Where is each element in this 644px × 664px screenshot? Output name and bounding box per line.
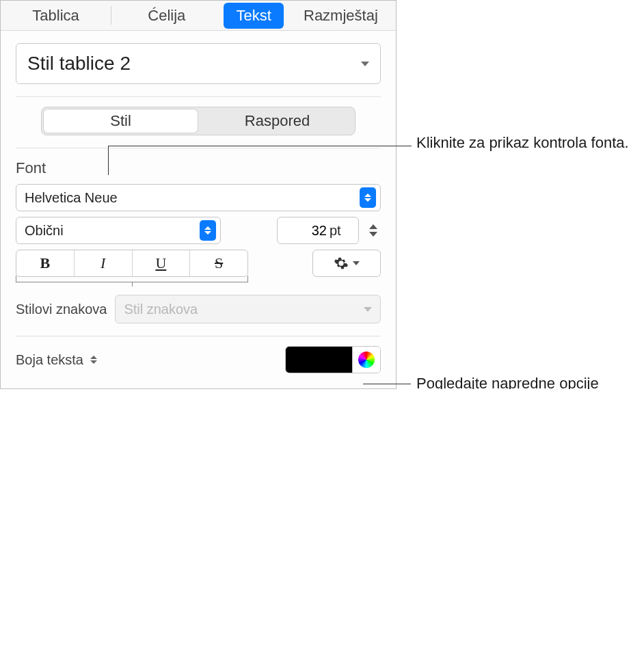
inspector-tabs: Tablica Ćelija Tekst Razmještaj: [1, 1, 396, 31]
chevron-down-icon: [353, 261, 360, 265]
tab-text[interactable]: Tekst: [224, 3, 283, 29]
divider: [16, 336, 381, 336]
stepper-up-icon[interactable]: [369, 224, 377, 229]
font-typeface-value: Obični: [25, 223, 200, 239]
tab-arrange[interactable]: Razmještaj: [286, 1, 396, 30]
callout-font-controls: Kliknite za prikaz kontrola fonta.: [416, 133, 629, 153]
font-family-value: Helvetica Neue: [25, 190, 360, 206]
leader-line: [108, 146, 412, 146]
character-style-placeholder: Stil znakova: [124, 302, 198, 317]
updown-icon: [90, 356, 97, 364]
text-color-label: Boja teksta: [16, 352, 83, 368]
italic-button[interactable]: I: [75, 250, 133, 276]
leader-line: [108, 146, 109, 175]
callout-advanced: Pogledajte napredne opcije formatiranja.: [416, 373, 644, 389]
segment-layout[interactable]: Raspored: [200, 107, 355, 135]
updown-icon: [360, 187, 376, 208]
font-section-label: Font: [16, 159, 381, 177]
chevron-down-icon: [364, 307, 372, 312]
character-styles-label: Stilovi znakova: [16, 302, 107, 317]
color-wheel-icon: [358, 351, 375, 368]
strikethrough-button[interactable]: S: [190, 250, 247, 276]
paragraph-style-popup[interactable]: Stil tablice 2: [16, 43, 381, 84]
tab-cell[interactable]: Ćelija: [111, 1, 222, 30]
text-color-group: [285, 346, 381, 373]
updown-icon: [200, 220, 216, 241]
underline-button[interactable]: U: [133, 250, 191, 276]
gear-icon: [334, 256, 349, 271]
color-swatch-button[interactable]: [286, 347, 353, 373]
group-bracket: [16, 276, 248, 282]
paragraph-style-value: Stil tablice 2: [27, 53, 131, 75]
character-style-popup[interactable]: Stil znakova: [115, 295, 381, 323]
font-size-field[interactable]: pt: [277, 217, 359, 244]
text-color-popup[interactable]: Boja teksta: [16, 352, 97, 368]
bold-button[interactable]: B: [16, 250, 75, 276]
leader-line: [363, 384, 411, 384]
stepper-down-icon[interactable]: [369, 232, 377, 237]
divider: [16, 96, 381, 97]
text-style-group: B I U S: [16, 250, 248, 277]
advanced-options-button[interactable]: [312, 250, 381, 277]
font-size-unit: pt: [330, 223, 341, 239]
font-family-popup[interactable]: Helvetica Neue: [16, 184, 381, 211]
color-wheel-button[interactable]: [353, 347, 380, 373]
font-typeface-popup[interactable]: Obični: [16, 217, 221, 244]
segment-style[interactable]: Stil: [43, 109, 198, 133]
divider: [16, 148, 381, 148]
chevron-down-icon: [361, 62, 369, 66]
font-size-input[interactable]: [286, 223, 327, 239]
style-layout-segment: Stil Raspored: [41, 107, 355, 135]
font-size-stepper[interactable]: [366, 217, 381, 244]
tab-table[interactable]: Tablica: [1, 1, 111, 30]
